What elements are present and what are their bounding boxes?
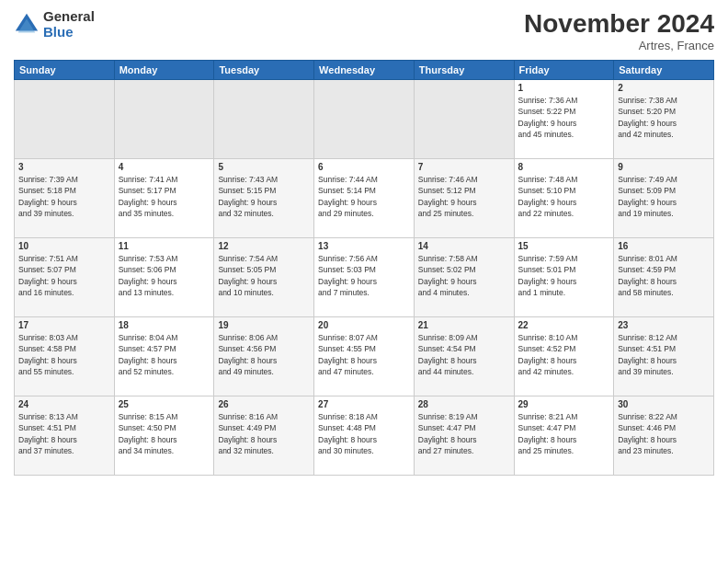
day-info: Sunrise: 7:39 AM Sunset: 5:18 PM Dayligh… <box>18 174 110 219</box>
day-number: 13 <box>318 241 410 251</box>
calendar-cell: 16Sunrise: 8:01 AM Sunset: 4:59 PM Dayli… <box>614 238 714 317</box>
calendar-cell: 13Sunrise: 7:56 AM Sunset: 5:03 PM Dayli… <box>314 238 415 317</box>
logo-general: General <box>43 9 95 25</box>
calendar-cell: 23Sunrise: 8:12 AM Sunset: 4:51 PM Dayli… <box>614 317 714 396</box>
calendar-cell: 3Sunrise: 7:39 AM Sunset: 5:18 PM Daylig… <box>15 159 115 238</box>
calendar-cell: 17Sunrise: 8:03 AM Sunset: 4:58 PM Dayli… <box>15 317 115 396</box>
calendar-cell: 6Sunrise: 7:44 AM Sunset: 5:14 PM Daylig… <box>314 159 415 238</box>
calendar-cell: 11Sunrise: 7:53 AM Sunset: 5:06 PM Dayli… <box>114 238 214 317</box>
day-info: Sunrise: 7:43 AM Sunset: 5:15 PM Dayligh… <box>218 174 310 219</box>
day-info: Sunrise: 8:06 AM Sunset: 4:56 PM Dayligh… <box>218 332 310 377</box>
day-number: 3 <box>18 162 110 172</box>
calendar-cell <box>114 80 214 159</box>
calendar-cell: 1Sunrise: 7:36 AM Sunset: 5:22 PM Daylig… <box>514 80 614 159</box>
calendar-week-1: 3Sunrise: 7:39 AM Sunset: 5:18 PM Daylig… <box>15 159 714 238</box>
day-info: Sunrise: 8:10 AM Sunset: 4:52 PM Dayligh… <box>518 332 610 377</box>
calendar-week-2: 10Sunrise: 7:51 AM Sunset: 5:07 PM Dayli… <box>15 238 714 317</box>
day-info: Sunrise: 7:58 AM Sunset: 5:02 PM Dayligh… <box>418 253 510 298</box>
calendar-cell: 4Sunrise: 7:41 AM Sunset: 5:17 PM Daylig… <box>114 159 214 238</box>
day-info: Sunrise: 8:16 AM Sunset: 4:49 PM Dayligh… <box>218 411 310 456</box>
day-number: 30 <box>618 399 710 409</box>
calendar-cell <box>314 80 415 159</box>
logo-icon <box>14 12 40 38</box>
calendar-page: General Blue November 2024 Artres, Franc… <box>0 0 728 563</box>
day-number: 21 <box>418 320 510 330</box>
month-title: November 2024 <box>524 9 714 39</box>
calendar-table: Sunday Monday Tuesday Wednesday Thursday… <box>14 60 714 476</box>
calendar-cell: 21Sunrise: 8:09 AM Sunset: 4:54 PM Dayli… <box>414 317 514 396</box>
header-thursday: Thursday <box>414 61 514 80</box>
day-info: Sunrise: 8:04 AM Sunset: 4:57 PM Dayligh… <box>119 332 210 377</box>
day-info: Sunrise: 7:53 AM Sunset: 5:06 PM Dayligh… <box>119 253 210 298</box>
logo-text: General Blue <box>43 9 95 40</box>
day-number: 18 <box>119 320 210 330</box>
calendar-cell: 19Sunrise: 8:06 AM Sunset: 4:56 PM Dayli… <box>214 317 314 396</box>
day-info: Sunrise: 8:15 AM Sunset: 4:50 PM Dayligh… <box>119 411 210 456</box>
day-info: Sunrise: 8:03 AM Sunset: 4:58 PM Dayligh… <box>18 332 110 377</box>
day-number: 19 <box>218 320 310 330</box>
day-info: Sunrise: 7:59 AM Sunset: 5:01 PM Dayligh… <box>518 253 610 298</box>
day-number: 25 <box>119 399 210 409</box>
calendar-week-4: 24Sunrise: 8:13 AM Sunset: 4:51 PM Dayli… <box>15 396 714 476</box>
day-info: Sunrise: 7:41 AM Sunset: 5:17 PM Dayligh… <box>119 174 210 219</box>
day-info: Sunrise: 7:46 AM Sunset: 5:12 PM Dayligh… <box>418 174 510 219</box>
header-tuesday: Tuesday <box>214 61 314 80</box>
header-row: Sunday Monday Tuesday Wednesday Thursday… <box>15 61 714 80</box>
calendar-cell: 9Sunrise: 7:49 AM Sunset: 5:09 PM Daylig… <box>614 159 714 238</box>
day-info: Sunrise: 7:48 AM Sunset: 5:10 PM Dayligh… <box>518 174 610 219</box>
day-number: 9 <box>618 162 710 172</box>
day-info: Sunrise: 8:13 AM Sunset: 4:51 PM Dayligh… <box>18 411 110 456</box>
calendar-cell: 25Sunrise: 8:15 AM Sunset: 4:50 PM Dayli… <box>114 396 214 476</box>
calendar-cell: 20Sunrise: 8:07 AM Sunset: 4:55 PM Dayli… <box>314 317 415 396</box>
calendar-cell: 29Sunrise: 8:21 AM Sunset: 4:47 PM Dayli… <box>514 396 614 476</box>
calendar-cell: 5Sunrise: 7:43 AM Sunset: 5:15 PM Daylig… <box>214 159 314 238</box>
day-info: Sunrise: 7:38 AM Sunset: 5:20 PM Dayligh… <box>618 95 710 140</box>
day-number: 28 <box>418 399 510 409</box>
calendar-cell: 30Sunrise: 8:22 AM Sunset: 4:46 PM Dayli… <box>614 396 714 476</box>
calendar-week-3: 17Sunrise: 8:03 AM Sunset: 4:58 PM Dayli… <box>15 317 714 396</box>
day-info: Sunrise: 8:22 AM Sunset: 4:46 PM Dayligh… <box>618 411 710 456</box>
day-info: Sunrise: 8:18 AM Sunset: 4:48 PM Dayligh… <box>318 411 410 456</box>
header-wednesday: Wednesday <box>314 61 415 80</box>
day-number: 23 <box>618 320 710 330</box>
day-number: 6 <box>318 162 410 172</box>
calendar-body: 1Sunrise: 7:36 AM Sunset: 5:22 PM Daylig… <box>15 80 714 476</box>
day-number: 20 <box>318 320 410 330</box>
day-number: 1 <box>518 83 610 93</box>
day-number: 17 <box>18 320 110 330</box>
day-info: Sunrise: 7:36 AM Sunset: 5:22 PM Dayligh… <box>518 95 610 140</box>
day-number: 8 <box>518 162 610 172</box>
day-number: 7 <box>418 162 510 172</box>
calendar-cell: 27Sunrise: 8:18 AM Sunset: 4:48 PM Dayli… <box>314 396 415 476</box>
calendar-cell: 18Sunrise: 8:04 AM Sunset: 4:57 PM Dayli… <box>114 317 214 396</box>
day-number: 4 <box>119 162 210 172</box>
day-info: Sunrise: 8:19 AM Sunset: 4:47 PM Dayligh… <box>418 411 510 456</box>
day-info: Sunrise: 8:07 AM Sunset: 4:55 PM Dayligh… <box>318 332 410 377</box>
title-block: November 2024 Artres, France <box>524 9 714 52</box>
calendar-cell: 22Sunrise: 8:10 AM Sunset: 4:52 PM Dayli… <box>514 317 614 396</box>
header-saturday: Saturday <box>614 61 714 80</box>
day-number: 15 <box>518 241 610 251</box>
day-number: 10 <box>18 241 110 251</box>
location: Artres, France <box>524 39 714 52</box>
calendar-week-0: 1Sunrise: 7:36 AM Sunset: 5:22 PM Daylig… <box>15 80 714 159</box>
day-info: Sunrise: 7:49 AM Sunset: 5:09 PM Dayligh… <box>618 174 710 219</box>
day-number: 14 <box>418 241 510 251</box>
day-number: 27 <box>318 399 410 409</box>
calendar-cell: 24Sunrise: 8:13 AM Sunset: 4:51 PM Dayli… <box>15 396 115 476</box>
day-number: 5 <box>218 162 310 172</box>
day-info: Sunrise: 8:01 AM Sunset: 4:59 PM Dayligh… <box>618 253 710 298</box>
day-number: 12 <box>218 241 310 251</box>
calendar-header: Sunday Monday Tuesday Wednesday Thursday… <box>15 61 714 80</box>
calendar-cell: 8Sunrise: 7:48 AM Sunset: 5:10 PM Daylig… <box>514 159 614 238</box>
calendar-cell <box>15 80 115 159</box>
day-info: Sunrise: 8:09 AM Sunset: 4:54 PM Dayligh… <box>418 332 510 377</box>
day-number: 26 <box>218 399 310 409</box>
calendar-cell: 28Sunrise: 8:19 AM Sunset: 4:47 PM Dayli… <box>414 396 514 476</box>
header-sunday: Sunday <box>15 61 115 80</box>
calendar-cell: 15Sunrise: 7:59 AM Sunset: 5:01 PM Dayli… <box>514 238 614 317</box>
day-number: 2 <box>618 83 710 93</box>
day-info: Sunrise: 7:51 AM Sunset: 5:07 PM Dayligh… <box>18 253 110 298</box>
day-info: Sunrise: 7:44 AM Sunset: 5:14 PM Dayligh… <box>318 174 410 219</box>
day-info: Sunrise: 7:56 AM Sunset: 5:03 PM Dayligh… <box>318 253 410 298</box>
